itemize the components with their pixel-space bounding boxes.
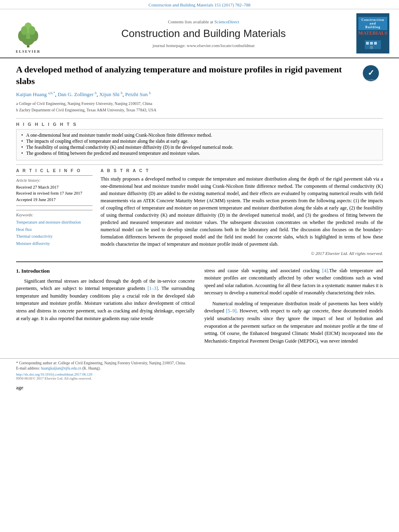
keyword-2: Heat flux [16, 226, 93, 233]
svg-rect-10 [370, 42, 373, 45]
highlight-item-4: The goodness of fitting between the pred… [21, 151, 378, 156]
footer-bottom: http://dx.doi.org/10.1016/j.conbuildmat.… [16, 372, 383, 380]
journal-header: ELSEVIER Contents lists available at Sci… [0, 9, 399, 58]
badge-box: Construction and Building MATERIALS [356, 13, 389, 53]
page-number-area: age [0, 383, 399, 392]
crossmark-area: ✓ CrossMark [359, 64, 383, 82]
affiliations: a College of Civil Engineering, Nanjing … [16, 101, 383, 113]
svg-rect-9 [366, 42, 369, 45]
abstract-col: A B S T R A C T This study proposes a de… [101, 168, 383, 256]
intro-heading: 1. Introduction [16, 267, 195, 275]
divider-2 [16, 164, 383, 165]
keyword-1: Temperature and moisture distribution [16, 219, 93, 226]
elsevier-wordmark: ELSEVIER [16, 49, 41, 53]
author-kaijian: Kaijian Huang [16, 92, 47, 98]
intro-para2-right: stress and cause slab warping and associ… [204, 267, 383, 297]
highlight-item-3: The feasibility of using thermal conduct… [21, 145, 378, 150]
article-title-container: A developed method of analyzing temperat… [16, 64, 383, 87]
received-date: Received 27 March 2017 [16, 184, 93, 191]
highlight-item-1: A one-dimensional heat and moisture tran… [21, 133, 378, 138]
info-abstract-section: A R T I C L E I N F O Article history: R… [16, 168, 383, 256]
abstract-text: This study proposes a developed method t… [101, 175, 383, 248]
article-info-col: A R T I C L E I N F O Article history: R… [16, 168, 93, 256]
affiliation-a: a College of Civil Engineering, Nanjing … [16, 101, 383, 107]
badge-materials: MATERIALS [358, 30, 387, 36]
article-history: Article history: Received 27 March 2017 … [16, 175, 93, 206]
citation-text: Construction and Building Materials 151 … [148, 2, 251, 7]
corresponding-note: * Corresponding author at: College of Ci… [16, 361, 383, 365]
sciencedirect-link[interactable]: ScienceDirect [214, 19, 239, 24]
svg-text:CrossMark: CrossMark [366, 79, 376, 81]
svg-point-7 [29, 26, 35, 35]
email-link[interactable]: huangkaijian@njfu.edu.cn [41, 366, 82, 370]
ref-1-3[interactable]: [1–3] [148, 286, 158, 291]
abstract-label: A B S T R A C T [101, 168, 383, 173]
ref-4[interactable]: [4] [322, 268, 328, 273]
email-line: E-mail address: huangkaijian@njfu.edu.cn… [16, 366, 383, 370]
journal-title-area: Contents lists available at ScienceDirec… [56, 13, 351, 53]
article-info-label: A R T I C L E I N F O [16, 168, 93, 173]
svg-point-6 [21, 26, 27, 35]
copyright-line: © 2017 Elsevier Ltd. All rights reserved… [101, 251, 383, 256]
badge-top: Construction and Building [358, 17, 387, 30]
body-col-left: 1. Introduction Significant thermal stre… [16, 267, 195, 348]
keywords-section: Keywords: Temperature and moisture distr… [16, 210, 93, 247]
divider-1 [16, 118, 383, 119]
highlights-list: A one-dimensional heat and moisture tran… [21, 133, 378, 156]
intro-para3-right: Numerical modeling of temperature distri… [204, 300, 383, 345]
svg-marker-13 [365, 37, 381, 40]
issn-text: 0950-0618/© 2017 Elsevier Ltd. All right… [16, 376, 92, 380]
keywords-list: Temperature and moisture distribution He… [16, 219, 93, 247]
highlights-section: H I G H L I G H T S A one-dimensional he… [16, 122, 383, 160]
body-section: 1. Introduction Significant thermal stre… [16, 261, 383, 348]
journal-citation-bar: Construction and Building Materials 151 … [0, 0, 399, 9]
authors-line: Kaijian Huang a,b,*, Dan G. Zollinger b,… [16, 91, 383, 98]
highlights-box: A one-dimensional heat and moisture tran… [16, 129, 383, 160]
keywords-title: Keywords: [16, 213, 93, 217]
accepted-date: Accepted 19 June 2017 [16, 197, 93, 203]
journal-homepage: journal homepage: www.elsevier.com/locat… [56, 43, 351, 48]
doi-link[interactable]: http://dx.doi.org/10.1016/j.conbuildmat.… [16, 372, 93, 376]
main-content: A developed method of analyzing temperat… [0, 58, 399, 352]
crossmark-icon: ✓ CrossMark [362, 64, 380, 82]
intro-para1: Significant thermal stresses are induced… [16, 277, 195, 322]
svg-text:✓: ✓ [368, 68, 374, 77]
email-name: (K. Huang). [82, 366, 101, 370]
article-history-title: Article history: [16, 178, 93, 183]
email-label-text: E-mail address: [16, 366, 40, 370]
svg-rect-12 [370, 46, 373, 49]
elsevier-tree-icon [10, 21, 46, 49]
intro-title: Introduction [21, 268, 50, 274]
body-col-right: stress and cause slab warping and associ… [204, 267, 383, 348]
highlight-item-2: The impacts of coupling effect of temper… [21, 139, 378, 144]
article-title-text: A developed method of analyzing temperat… [16, 64, 342, 86]
received-revised-date: Received in revised form 17 June 2017 [16, 190, 93, 197]
keyword-3: Thermal conductivity [16, 233, 93, 240]
author-sun: Peizhi Sun [125, 92, 148, 98]
highlights-title: H I G H L I G H T S [16, 122, 383, 127]
elsevier-logo-area: ELSEVIER [4, 13, 52, 53]
svg-rect-11 [374, 42, 377, 45]
author-zollinger: Dan G. Zollinger [58, 92, 93, 98]
author-shi: Xijun Shi [99, 92, 119, 98]
body-two-col: 1. Introduction Significant thermal stre… [16, 267, 383, 348]
badge-graphic [363, 36, 383, 50]
affiliation-b: b Zachry Department of Civil Engineering… [16, 107, 383, 113]
footer: * Corresponding author at: College of Ci… [0, 358, 399, 383]
keyword-4: Moisture diffusivity [16, 240, 93, 247]
page-label: age [16, 384, 23, 390]
sciencedirect-notice: Contents lists available at ScienceDirec… [56, 19, 351, 24]
intro-num: 1. [16, 268, 20, 274]
ref-5-9[interactable]: [5–9] [226, 308, 237, 314]
journal-title: Construction and Building Materials [56, 27, 351, 40]
journal-badge: Construction and Building MATERIALS [355, 13, 391, 53]
